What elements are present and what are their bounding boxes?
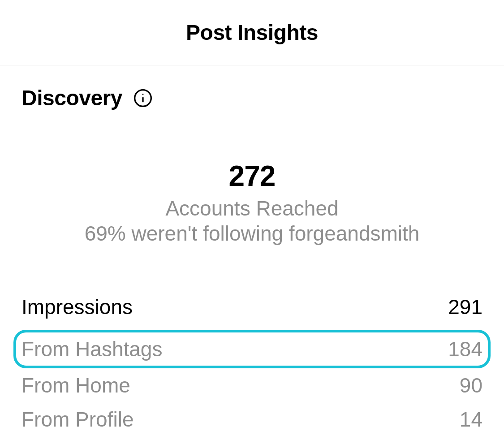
breakdown-row-other: From Other 2 — [22, 436, 482, 440]
breakdown-value: 14 — [460, 407, 482, 431]
impressions-label: Impressions — [22, 295, 133, 319]
discovery-section-header: Discovery — [22, 65, 482, 110]
breakdown-value: 184 — [448, 337, 482, 361]
breakdown-label: From Hashtags — [22, 337, 162, 361]
svg-point-1 — [142, 94, 144, 95]
impressions-breakdown: From Hashtags 184 From Home 90 From Prof… — [22, 319, 482, 440]
accounts-reached-detail: 69% weren't following forgeandsmith — [22, 221, 482, 246]
discovery-title: Discovery — [22, 86, 122, 110]
info-icon[interactable] — [133, 88, 153, 108]
breakdown-label: From Profile — [22, 407, 134, 431]
page-title: Post Insights — [0, 20, 504, 45]
impressions-total-value: 291 — [448, 295, 482, 319]
breakdown-row-profile: From Profile 14 — [22, 402, 482, 436]
accounts-reached-block: 272 Accounts Reached 69% weren't followi… — [22, 110, 482, 246]
breakdown-row-hashtags: From Hashtags 184 — [13, 330, 491, 368]
impressions-total-row: Impressions 291 — [22, 246, 482, 319]
breakdown-value: 90 — [460, 373, 482, 397]
accounts-reached-label: Accounts Reached — [22, 196, 482, 220]
content-area: Discovery 272 Accounts Reached 69% weren… — [0, 65, 504, 440]
breakdown-label: From Home — [22, 373, 130, 397]
page-header: Post Insights — [0, 0, 504, 65]
accounts-reached-value: 272 — [22, 160, 482, 193]
breakdown-row-home: From Home 90 — [22, 368, 482, 402]
